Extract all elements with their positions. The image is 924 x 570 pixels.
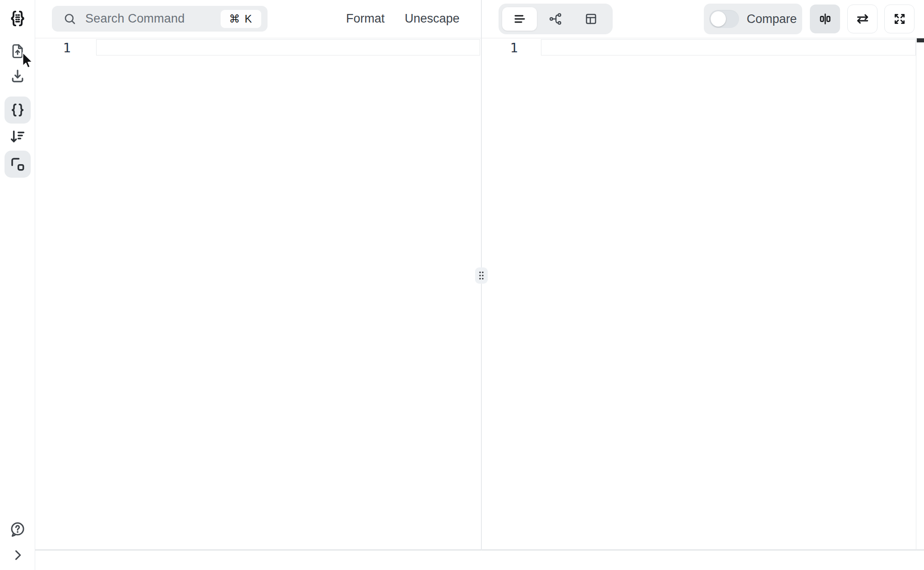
search-command-button[interactable]: Search Command ⌘ K	[52, 6, 268, 32]
sidebar-item-download[interactable]	[9, 68, 26, 84]
fullscreen-icon	[892, 11, 907, 27]
text-view-icon	[513, 12, 527, 26]
transform-icon	[9, 155, 27, 173]
table-view-icon	[584, 12, 598, 26]
editor-workspace: 1 1	[35, 38, 924, 551]
scrollbar-thumb[interactable]	[917, 38, 924, 42]
graph-view-icon	[548, 12, 563, 26]
curly-braces-icon	[9, 101, 27, 119]
app-logo	[8, 9, 27, 28]
search-placeholder: Search Command	[85, 12, 221, 26]
split-compare-icon	[818, 11, 833, 27]
chevron-right-icon	[10, 547, 25, 563]
view-table-button[interactable]	[573, 7, 608, 31]
search-shortcut-badge: ⌘ K	[221, 10, 261, 28]
compare-group: Compare	[704, 4, 802, 34]
sidebar-item-sort[interactable]	[9, 128, 27, 146]
right-editor-scrollbar[interactable]	[916, 38, 924, 551]
left-line-number: 1	[35, 40, 71, 56]
compare-label: Compare	[747, 12, 797, 26]
view-graph-button[interactable]	[538, 7, 573, 31]
compare-toggle[interactable]	[709, 10, 739, 28]
format-button[interactable]: Format	[346, 6, 385, 32]
file-upload-icon	[9, 43, 26, 60]
split-compare-button[interactable]	[810, 5, 840, 33]
left-editor-pane[interactable]: 1	[35, 38, 481, 549]
app-window: Search Command ⌘ K Format Unescape	[0, 0, 924, 570]
left-editor-active-line[interactable]	[96, 39, 480, 55]
sort-descending-icon	[9, 128, 27, 146]
main-area: Search Command ⌘ K Format Unescape	[35, 0, 924, 570]
sidebar-item-transform[interactable]	[5, 151, 31, 178]
right-editor-pane[interactable]: 1	[482, 38, 924, 549]
toolbar: Search Command ⌘ K Format Unescape	[35, 0, 924, 38]
sidebar-item-help[interactable]	[9, 520, 27, 538]
search-icon	[63, 12, 77, 26]
help-bubble-icon	[9, 520, 27, 538]
view-mode-switcher	[499, 4, 613, 34]
bottom-bar	[35, 551, 924, 570]
json-braces-logo-icon	[8, 9, 27, 28]
view-text-button[interactable]	[502, 7, 537, 31]
pane-resize-handle[interactable]	[475, 267, 488, 284]
fullscreen-button[interactable]	[884, 5, 915, 33]
right-line-number: 1	[482, 40, 518, 56]
swap-button[interactable]	[847, 5, 878, 33]
unescape-button[interactable]: Unescape	[405, 6, 460, 32]
sidebar-item-upload[interactable]	[9, 43, 26, 60]
sidebar-collapse-button[interactable]	[10, 547, 25, 563]
toggle-knob	[711, 11, 726, 27]
drag-dots-icon	[477, 270, 486, 281]
sidebar-item-format-braces[interactable]	[5, 97, 31, 124]
swap-arrows-icon	[855, 11, 870, 27]
right-editor-active-line[interactable]	[541, 39, 916, 55]
download-icon	[9, 68, 26, 84]
sidebar-rail	[0, 0, 35, 570]
